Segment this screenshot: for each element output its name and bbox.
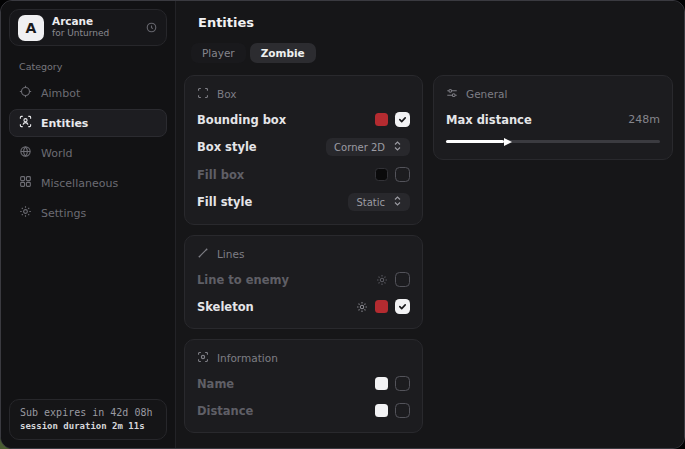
- information-card: Information Name Distance: [184, 339, 423, 433]
- setting-row-box-style: Box style Corner 2D: [197, 138, 410, 156]
- checkbox-checked[interactable]: [395, 299, 410, 314]
- tab-player[interactable]: Player: [191, 43, 246, 63]
- sidebar-item-miscellaneous[interactable]: Miscellaneous: [9, 169, 167, 197]
- checkbox-unchecked[interactable]: [395, 272, 410, 287]
- setting-label: Distance: [197, 404, 253, 418]
- arcane-window: A Arcane for Unturned Category: [0, 0, 685, 449]
- sidebar-item-aimbot[interactable]: Aimbot: [9, 79, 167, 107]
- slider-thumb[interactable]: [504, 138, 512, 146]
- gear-icon[interactable]: [376, 274, 388, 286]
- subscription-panel: Sub expires in 42d 08h session duration …: [9, 399, 167, 440]
- setting-label: Fill box: [197, 168, 244, 182]
- box-card: Box Bounding box B: [184, 75, 423, 225]
- setting-row-distance: Distance: [197, 402, 410, 419]
- sidebar-item-label: Miscellaneous: [41, 177, 118, 190]
- sidebar-item-label: Entities: [41, 117, 88, 130]
- fill-style-dropdown[interactable]: Static: [348, 193, 410, 211]
- crosshair-icon: [19, 85, 32, 101]
- screen: A Arcane for Unturned Category: [0, 0, 685, 449]
- setting-row-bounding-box: Bounding box: [197, 111, 410, 128]
- slider-fill: [446, 140, 504, 143]
- setting-row-fill-box: Fill box: [197, 166, 410, 183]
- sub-expires-text: Sub expires in 42d 08h: [20, 407, 156, 418]
- scan-icon: [197, 87, 209, 101]
- checkbox-unchecked[interactable]: [395, 376, 410, 391]
- info-scan-icon: [197, 351, 209, 365]
- setting-label: Fill style: [197, 195, 252, 209]
- entity-tabs: Player Zombie: [191, 43, 673, 63]
- gear-icon: [19, 205, 32, 221]
- setting-row-line-to-enemy: Line to enemy: [197, 271, 410, 288]
- sidebar-item-label: Settings: [41, 207, 86, 220]
- max-distance-slider[interactable]: [446, 137, 660, 146]
- slider-value: 248m: [628, 113, 660, 126]
- session-duration-text: session duration 2m 11s: [20, 421, 156, 431]
- setting-row-fill-style: Fill style Static: [197, 193, 410, 211]
- chevron-up-down-icon: [393, 141, 402, 153]
- setting-label: Box style: [197, 140, 257, 154]
- gear-icon[interactable]: [356, 301, 368, 313]
- color-swatch[interactable]: [375, 404, 388, 417]
- setting-label: Name: [197, 377, 234, 391]
- color-swatch[interactable]: [375, 377, 388, 390]
- card-title: General: [466, 88, 507, 100]
- card-title: Box: [217, 88, 237, 100]
- tab-zombie[interactable]: Zombie: [250, 43, 316, 63]
- color-swatch[interactable]: [375, 113, 388, 126]
- sidebar-item-label: World: [41, 147, 73, 160]
- brand-card: A Arcane for Unturned: [9, 9, 167, 46]
- setting-row-name: Name: [197, 375, 410, 392]
- sidebar: A Arcane for Unturned Category: [1, 1, 176, 448]
- sidebar-item-label: Aimbot: [41, 87, 80, 100]
- general-card: General Max distance 248m: [433, 75, 673, 160]
- sidebar-item-entities[interactable]: Entities: [9, 109, 167, 137]
- setting-label: Bounding box: [197, 113, 286, 127]
- sliders-icon: [446, 87, 458, 101]
- app-tagline: for Unturned: [52, 28, 109, 39]
- line-icon: [197, 247, 209, 261]
- app-logo: A: [18, 15, 44, 41]
- chevron-up-down-icon: [393, 196, 402, 208]
- app-name: Arcane: [52, 15, 109, 28]
- main-panel: Entities Player Zombie: [176, 1, 685, 448]
- globe-icon: [19, 145, 32, 161]
- card-title: Information: [217, 352, 278, 364]
- card-title: Lines: [217, 248, 244, 260]
- lines-card: Lines Line to enemy: [184, 235, 423, 329]
- color-swatch[interactable]: [375, 300, 388, 313]
- category-label: Category: [19, 61, 167, 72]
- setting-label: Skeleton: [197, 300, 254, 314]
- setting-label: Line to enemy: [197, 273, 289, 287]
- checkbox-unchecked[interactable]: [395, 403, 410, 418]
- grid-icon: [19, 175, 32, 191]
- sidebar-item-world[interactable]: World: [9, 139, 167, 167]
- box-style-dropdown[interactable]: Corner 2D: [326, 138, 410, 156]
- checkbox-checked[interactable]: [395, 112, 410, 127]
- sidebar-nav: Aimbot Entities: [9, 79, 167, 227]
- setting-row-skeleton: Skeleton: [197, 298, 410, 315]
- entities-icon: [19, 115, 32, 131]
- color-swatch[interactable]: [375, 168, 388, 181]
- page-title: Entities: [198, 15, 673, 30]
- sidebar-item-settings[interactable]: Settings: [9, 199, 167, 227]
- setting-row-max-distance: Max distance 248m: [446, 111, 660, 128]
- setting-label: Max distance: [446, 113, 532, 127]
- sync-icon[interactable]: [145, 21, 158, 34]
- checkbox-unchecked[interactable]: [395, 167, 410, 182]
